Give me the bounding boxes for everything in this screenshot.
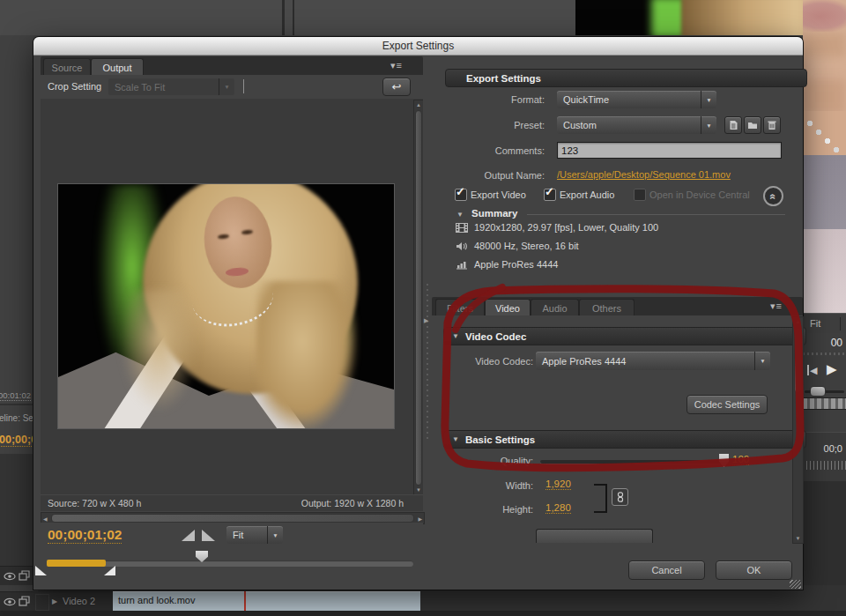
format-label: Format: xyxy=(421,94,545,105)
tab-others[interactable]: Others xyxy=(579,299,634,316)
step-back-icon[interactable] xyxy=(807,365,809,375)
preset-value: Custom xyxy=(557,120,701,130)
undo-crop-button[interactable]: ↩ xyxy=(382,78,411,96)
disclosure-down-icon[interactable]: ▼ xyxy=(452,435,459,443)
codec-settings-button[interactable]: Codec Settings xyxy=(686,395,768,414)
resize-grip[interactable] xyxy=(790,580,801,589)
tab-audio-label: Audio xyxy=(542,303,567,314)
monitor-fit-dropdown[interactable]: Fit xyxy=(810,318,820,329)
background-left-strip: 00:01:02 eline: Se 00;00;0 xyxy=(0,35,33,585)
export-audio-checkbox[interactable]: ✓ xyxy=(544,189,556,201)
disclosure-down-icon[interactable]: ▼ xyxy=(452,332,459,340)
dialog-title-bar[interactable]: Export Settings xyxy=(33,37,803,56)
tab-source[interactable]: Source xyxy=(43,58,91,76)
chin-shadow xyxy=(803,33,846,56)
set-out-point-icon[interactable] xyxy=(202,530,215,541)
link-dimensions-button[interactable] xyxy=(612,488,628,506)
tab-output[interactable]: Output xyxy=(91,58,144,76)
panel-menu-icon[interactable]: ▾≡ xyxy=(390,61,403,71)
width-value[interactable]: 1,920 xyxy=(545,479,571,490)
options-vertical-scrollbar[interactable]: ▲ ▼ xyxy=(792,316,804,544)
monitor-gap xyxy=(803,410,846,432)
preview-transport-row: 00;00;01;02 Fit ▼ xyxy=(41,523,423,590)
eye-icon[interactable] xyxy=(4,597,16,606)
shuttle-thumb[interactable] xyxy=(810,386,826,397)
video-codec-dropdown[interactable]: Apple ProRes 4444 ▼ xyxy=(536,352,770,370)
scroll-up-icon[interactable]: ▲ xyxy=(793,319,803,324)
necklace-fragment xyxy=(803,111,846,159)
cancel-button[interactable]: Cancel xyxy=(628,560,705,580)
save-preset-button[interactable] xyxy=(724,116,742,134)
dropdown-arrow-icon: ▼ xyxy=(754,352,770,370)
export-settings-dialog: Export Settings Source Output ▾≡ Crop Se… xyxy=(33,37,803,590)
clipped-dropdown[interactable] xyxy=(536,529,653,543)
monitor-jog[interactable] xyxy=(803,397,846,410)
crop-setting-row: Crop Setting Scale To Fit ▼ ↩ xyxy=(41,75,423,99)
in-point-marker[interactable] xyxy=(35,566,47,575)
strip-bottom-row xyxy=(0,611,846,616)
divider xyxy=(840,317,841,330)
check-icon: ✓ xyxy=(456,185,465,198)
dropdown-arrow-icon: ▼ xyxy=(701,116,716,134)
tab-filters[interactable]: Filters xyxy=(435,299,485,316)
ok-button[interactable]: OK xyxy=(716,560,792,580)
preset-dropdown[interactable]: Custom ▼ xyxy=(557,116,716,134)
scroll-left-icon[interactable]: ◀ xyxy=(43,516,48,522)
premiere-export-screen: 00:01:02 eline: Se 00;00;0 Fit 00 ◀ ▶ 00… xyxy=(0,0,846,616)
chevrons-up-icon: « xyxy=(768,193,780,199)
scroll-right-icon[interactable]: ▶ xyxy=(418,516,422,522)
output-name-link[interactable]: /Users/apple/Desktop/Sequence 01.mov xyxy=(557,169,731,180)
video-codec-label: Video Codec: xyxy=(412,356,533,367)
document-icon xyxy=(729,120,738,130)
collapse-panel-button[interactable]: « xyxy=(763,186,783,206)
track-header-row xyxy=(0,566,33,585)
summary-disclosure-icon[interactable]: ▼ xyxy=(456,211,464,219)
monitor-shuttle[interactable] xyxy=(803,385,846,396)
format-dropdown[interactable]: QuickTime ▼ xyxy=(557,91,716,108)
height-value[interactable]: 1,280 xyxy=(545,502,571,514)
export-video-checkbox[interactable]: ✓ xyxy=(455,189,467,201)
track-disclosure-icon[interactable]: ▶ xyxy=(52,597,57,605)
timeline-clip[interactable]: turn and look.mov xyxy=(113,591,420,612)
clip-name: turn and look.mov xyxy=(118,595,195,605)
quality-value[interactable]: 100 xyxy=(732,454,749,465)
dimension-bracket xyxy=(594,484,607,513)
out-point-marker[interactable] xyxy=(104,566,115,575)
footage-fragment-right xyxy=(803,0,846,313)
sweater-fragment xyxy=(803,155,846,233)
comments-input[interactable] xyxy=(557,142,782,159)
current-timecode[interactable]: 00;00;01;02 xyxy=(48,527,122,544)
eye-icon[interactable] xyxy=(4,572,16,581)
scale-dropdown-value: Scale To Fit xyxy=(108,82,219,93)
track-label[interactable]: Video 2 xyxy=(63,596,95,606)
track-output-icon[interactable] xyxy=(19,570,30,582)
zoom-fit-dropdown[interactable]: Fit ▼ xyxy=(226,526,283,544)
tab-video[interactable]: Video xyxy=(485,299,531,316)
panel-menu-icon[interactable]: ▾≡ xyxy=(770,301,783,311)
step-back-icon[interactable]: ◀ xyxy=(810,365,817,376)
export-settings-group-title: Export Settings xyxy=(454,73,541,84)
work-area-range[interactable] xyxy=(47,560,106,567)
tab-audio[interactable]: Audio xyxy=(531,299,579,316)
scrollbar-thumb[interactable] xyxy=(794,328,802,393)
scrollbar-thumb[interactable] xyxy=(51,514,414,523)
delete-preset-button[interactable] xyxy=(763,116,781,134)
cell-divider xyxy=(35,594,49,611)
set-in-point-icon[interactable] xyxy=(182,530,195,541)
video2-track-header: ▶ Video 2 xyxy=(0,591,113,612)
preview-vertical-scrollbar[interactable]: ▲ ▼ xyxy=(413,100,423,494)
scrollbar-thumb[interactable] xyxy=(415,110,422,486)
scroll-down-icon[interactable]: ▼ xyxy=(793,536,803,541)
monitor-below xyxy=(803,481,846,585)
scale-dropdown[interactable]: Scale To Fit ▼ xyxy=(108,78,234,95)
play-icon[interactable]: ▶ xyxy=(827,361,837,377)
speaker-icon xyxy=(456,241,468,251)
track-output-icon[interactable] xyxy=(19,596,30,607)
video-preview-frame[interactable] xyxy=(57,183,395,429)
import-preset-button[interactable] xyxy=(744,116,761,134)
tab-video-label: Video xyxy=(495,303,520,314)
splitter-expand-icon[interactable]: ▶ xyxy=(424,317,428,324)
timeline-playhead-line[interactable] xyxy=(244,591,246,611)
subject-hair-strands xyxy=(256,281,358,429)
quality-slider-track[interactable] xyxy=(540,460,726,464)
